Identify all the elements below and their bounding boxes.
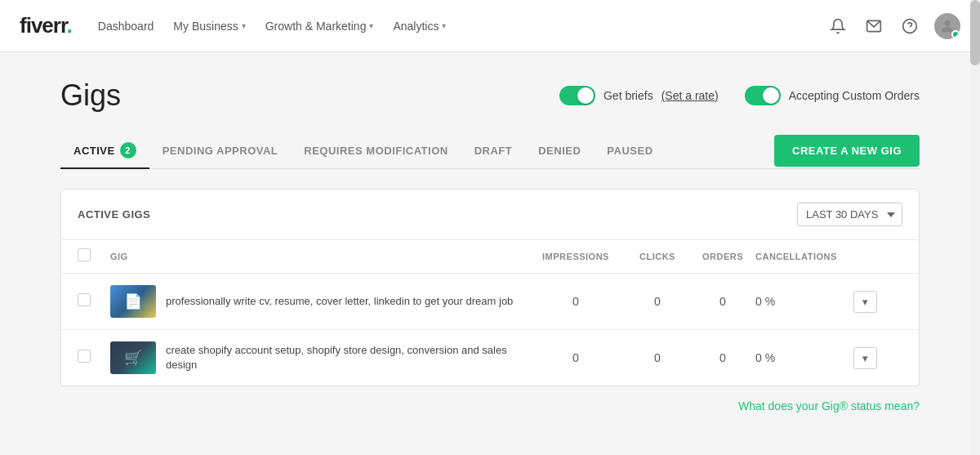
period-select[interactable]: LAST 30 DAYS LAST 7 DAYS ALL TIME — [797, 203, 902, 226]
active-tab-badge: 2 — [120, 142, 136, 158]
accepting-orders-toggle-group: Accepting Custom Orders — [745, 86, 920, 105]
col-header-cancellations: CANCELLATIONS — [755, 252, 853, 261]
get-briefs-toggle-group: Get briefs (Set a rate) — [559, 86, 719, 105]
nav-item-my-business[interactable]: My Business ▾ — [173, 20, 245, 33]
row-checkbox-2[interactable] — [78, 350, 91, 363]
impressions-1: 0 — [527, 295, 625, 308]
get-briefs-label: Get briefs — [604, 89, 653, 102]
tab-draft[interactable]: DRAFT — [461, 135, 526, 167]
col-header-clicks: CLICKS — [625, 252, 690, 261]
set-rate-link[interactable]: (Set a rate) — [662, 89, 719, 102]
tab-active[interactable]: ACTIVE 2 — [60, 132, 149, 168]
table-header: ACTIVE GIGS LAST 30 DAYS LAST 7 DAYS ALL… — [61, 190, 919, 240]
col-header-orders: ORDERS — [690, 252, 755, 261]
col-header-gig: GIG — [110, 252, 527, 261]
main-nav: Dashboard My Business ▾ Growth & Marketi… — [98, 20, 800, 33]
gig-info-1: 📄 professionally write cv, resume, cover… — [110, 285, 527, 318]
navbar: fiverr. Dashboard My Business ▾ Growth &… — [0, 0, 980, 52]
cancellations-1: 0 % — [755, 295, 853, 308]
table-section-title: ACTIVE GIGS — [78, 208, 150, 221]
tab-requires-modification[interactable]: REQUIRES MODIFICATION — [291, 135, 461, 167]
gig-status-link[interactable]: What does your Gig® status mean? — [738, 399, 920, 413]
mail-icon[interactable] — [862, 15, 885, 38]
gig-title-1: professionally write cv, resume, cover l… — [166, 294, 513, 309]
avatar[interactable] — [934, 13, 960, 39]
gig-title-2: create shopify account setup, shopify st… — [166, 343, 527, 372]
footer-link-row: What does your Gig® status mean? — [60, 386, 920, 413]
get-briefs-toggle[interactable] — [559, 86, 595, 105]
tabs-bar: ACTIVE 2 PENDING APPROVAL REQUIRES MODIF… — [60, 132, 920, 169]
svg-point-3 — [944, 20, 950, 25]
impressions-2: 0 — [527, 351, 625, 364]
nav-item-growth-marketing[interactable]: Growth & Marketing ▾ — [265, 20, 374, 33]
chevron-down-icon: ▾ — [242, 21, 246, 30]
gig-info-2: 🛒 create shopify account setup, shopify … — [110, 341, 527, 374]
tab-pending-approval[interactable]: PENDING APPROVAL — [149, 135, 292, 167]
gig-thumbnail-1: 📄 — [110, 285, 156, 318]
cancellations-2: 0 % — [755, 351, 853, 364]
toggles-area: Get briefs (Set a rate) Accepting Custom… — [559, 86, 920, 105]
scrollbar-thumb[interactable] — [970, 0, 980, 65]
nav-item-analytics[interactable]: Analytics ▾ — [393, 20, 446, 33]
select-all-checkbox[interactable] — [78, 248, 91, 261]
page-header: Gigs Get briefs (Set a rate) Accepting C… — [60, 78, 920, 113]
col-header-impressions: IMPRESSIONS — [527, 252, 625, 261]
fiverr-logo[interactable]: fiverr. — [20, 13, 72, 38]
orders-2: 0 — [690, 351, 755, 364]
orders-1: 0 — [690, 295, 755, 308]
chevron-down-icon: ▾ — [442, 21, 446, 30]
create-gig-button[interactable]: CREATE A NEW GIG — [774, 135, 920, 167]
accepting-orders-toggle[interactable] — [745, 86, 781, 105]
logo-dot: . — [67, 13, 72, 38]
table-row: 📄 professionally write cv, resume, cover… — [61, 274, 919, 330]
active-gigs-table: ACTIVE GIGS LAST 30 DAYS LAST 7 DAYS ALL… — [60, 189, 920, 386]
table-col-headers: GIG IMPRESSIONS CLICKS ORDERS CANCELLATI… — [61, 240, 919, 274]
tab-paused[interactable]: PAUSED — [594, 135, 666, 167]
main-content: Gigs Get briefs (Set a rate) Accepting C… — [41, 52, 939, 439]
bell-icon[interactable] — [826, 15, 849, 38]
nav-item-dashboard[interactable]: Dashboard — [98, 20, 154, 33]
page-title: Gigs — [60, 78, 121, 113]
avatar-online-dot — [951, 30, 960, 38]
row-checkbox-1[interactable] — [78, 293, 91, 306]
row-action-button-1[interactable]: ▾ — [853, 291, 877, 313]
help-icon[interactable] — [898, 15, 921, 38]
clicks-1: 0 — [625, 295, 690, 308]
row-action-button-2[interactable]: ▾ — [853, 347, 877, 369]
scrollbar-track[interactable] — [970, 0, 980, 439]
navbar-icons — [826, 13, 960, 39]
accepting-orders-label: Accepting Custom Orders — [789, 89, 920, 102]
gig-thumbnail-2: 🛒 — [110, 341, 156, 374]
clicks-2: 0 — [625, 351, 690, 364]
tab-denied[interactable]: DENIED — [525, 135, 594, 167]
table-row: 🛒 create shopify account setup, shopify … — [61, 330, 919, 386]
chevron-down-icon: ▾ — [369, 21, 373, 30]
